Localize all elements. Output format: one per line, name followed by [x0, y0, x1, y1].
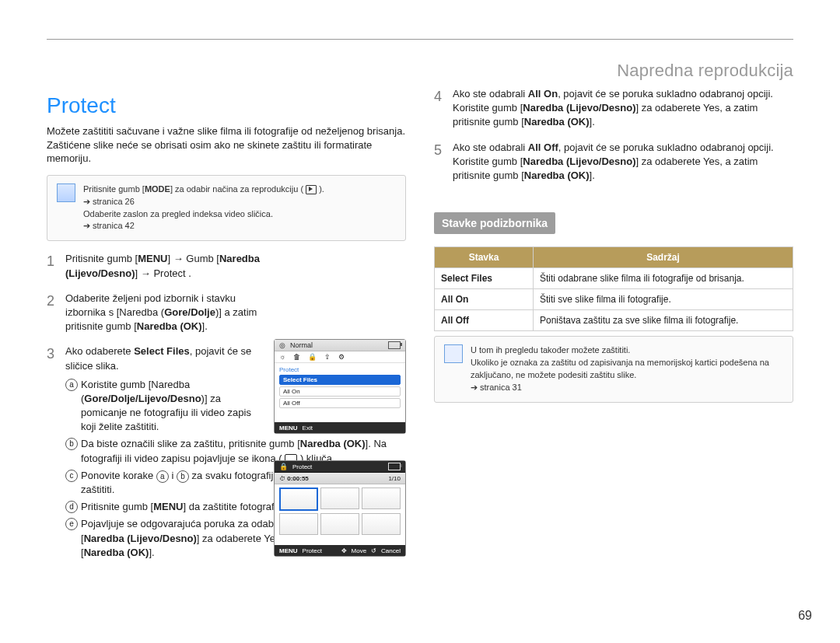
back-icon: ↺: [371, 547, 376, 554]
info-note-1-text: Pritisnite gumb [MODE] za odabir načina …: [83, 183, 324, 233]
ref-circle-b: b: [177, 470, 189, 483]
lcd-screenshot-menu: ◎ Normal ☼ 🗑 🔒 ⇪ ⚙ Protect Select Files …: [274, 339, 406, 434]
share-icon: ⇪: [324, 353, 331, 361]
ref-arrow-icon: [83, 197, 93, 206]
step-1: Pritisnite gumb [MENU] → Gumb [Naredba (…: [47, 252, 406, 280]
dpad-icon: ✥: [341, 547, 347, 554]
trash-icon: 🗑: [293, 353, 300, 361]
check-icon: [57, 183, 75, 202]
ref-arrow-icon: [471, 383, 480, 392]
clock-icon: ⏱: [279, 475, 285, 482]
table-row: All OnŠtiti sve slike filma ili fotograf…: [435, 289, 793, 310]
thumbnail: [279, 513, 318, 535]
lcd-menu-item: All On: [279, 386, 401, 397]
intro-text: Možete zaštititi sačuvane i važne slike …: [47, 124, 406, 166]
thumbnail-selected: [279, 487, 318, 511]
lcd-thumb-footer: MENUProtect ✥Move ↺Cancel: [275, 545, 405, 556]
thumbnail: [320, 513, 359, 535]
battery-icon: [388, 463, 401, 470]
info-note-2-text: U tom ih pregledu također možete zaštiti…: [471, 344, 783, 394]
subheader-submenu-items: Stavke podizbornika: [434, 212, 555, 234]
table-header-stavka: Stavka: [435, 247, 534, 268]
lcd-menu-iconrow: ☼ 🗑 🔒 ⇪ ⚙: [275, 351, 405, 363]
right-column: Ako ste odabrali All On, pojavit će se p…: [434, 82, 793, 571]
breadcrumb: Napredna reprodukcija: [617, 61, 793, 81]
lcd-menu-item: All Off: [279, 398, 401, 408]
page-number: 69: [798, 609, 812, 623]
left-column: Protect Možete zaštititi sačuvane i važn…: [47, 82, 406, 571]
gear-icon: ⚙: [338, 353, 345, 361]
battery-icon: [388, 341, 401, 349]
lcd-screenshot-thumbnails: 🔒 Protect ⏱ 0:00:55 1/10 MENUProtect ✥Mo…: [274, 460, 406, 557]
submenu-table: Stavka Sadržaj Select FilesŠtiti odabran…: [434, 246, 793, 331]
thumbnail: [320, 487, 359, 509]
info-note-1: Pritisnite gumb [MODE] za odabir načina …: [47, 175, 406, 242]
lcd-menu-footer: MENU Exit: [275, 422, 405, 433]
info-note-2: U tom ih pregledu također možete zaštiti…: [434, 336, 793, 403]
steps-list-right: Ako ste odabrali All On, pojavit će se p…: [434, 87, 793, 183]
step-2: Odaberite željeni pod izbornik i stavku …: [47, 292, 406, 334]
rec-mode-icon: ◎: [279, 341, 285, 349]
table-row: Select FilesŠtiti odabrane slike filma i…: [435, 268, 793, 289]
brightness-icon: ☼: [279, 353, 285, 361]
page-title: Protect: [47, 93, 406, 118]
step-5: Ako ste odabrali All Off, pojavit će se …: [434, 141, 793, 183]
header-divider: [47, 39, 793, 40]
table-row: All OffPoništava zaštitu za sve slike fi…: [435, 310, 793, 331]
thumbnail: [362, 487, 401, 509]
lcd-menu-list: Protect Select Files All On All Off: [275, 363, 405, 413]
step-4: Ako ste odabrali All On, pojavit će se p…: [434, 87, 793, 130]
lock-icon: 🔒: [308, 353, 317, 361]
lcd-thumb-infobar: ⏱ 0:00:55 1/10: [275, 473, 405, 484]
lcd-menu-topbar: ◎ Normal: [275, 340, 405, 351]
lcd-menu-item-selected: Select Files: [279, 375, 401, 385]
lock-icon: 🔒: [279, 463, 288, 470]
lcd-thumb-topbar: 🔒 Protect: [275, 461, 405, 473]
ref-circle-a: a: [156, 470, 169, 483]
lcd-thumb-grid: [275, 484, 405, 538]
ref-arrow-icon: [83, 221, 93, 230]
note-icon: [444, 344, 463, 363]
table-header-sadrzaj: Sadržaj: [534, 247, 793, 268]
playback-mode-icon: [306, 185, 317, 194]
thumbnail: [362, 513, 401, 535]
